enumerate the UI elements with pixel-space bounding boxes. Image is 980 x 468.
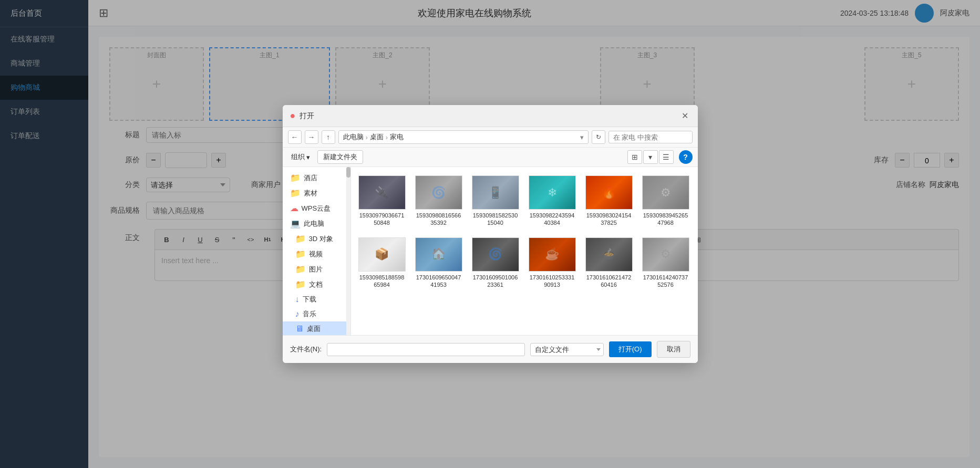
file-item-5[interactable]: 🔥 1593098302415437825 <box>583 172 635 230</box>
forward-btn[interactable]: → <box>305 130 318 144</box>
ds-desktop[interactable]: 🖥 桌面 <box>283 321 350 335</box>
dialog-nav: ← → ↑ 此电脑 › 桌面 › 家电 ▾ ↻ 🔍 <box>283 127 698 148</box>
file-item-8[interactable]: 🏠 1730160965004741953 <box>413 234 465 292</box>
filename-label: 文件名(N): <box>290 345 322 354</box>
file-thumb-12: ⚙ <box>642 237 689 272</box>
file-name-5: 1593098302415437825 <box>586 212 632 227</box>
file-name-1: 1593097903667150848 <box>359 212 405 227</box>
file-name-4: 1593098224359440384 <box>530 212 575 227</box>
filename-input[interactable] <box>327 343 525 356</box>
file-thumb-2: 🌀 <box>415 175 462 210</box>
ds-this-pc[interactable]: 💻 此电脑 <box>283 216 350 231</box>
chrome-icon: ● <box>290 110 296 121</box>
folder-icon: 📁 <box>295 264 306 274</box>
up-btn[interactable]: ↑ <box>322 130 335 144</box>
file-item-12[interactable]: ⚙ 1730161424073752576 <box>640 234 692 292</box>
file-name-9: 1730160950100623361 <box>473 274 518 289</box>
ds-downloads[interactable]: ↓ 下载 <box>283 292 350 307</box>
organize-chevron: ▾ <box>306 153 310 161</box>
folder-icon: 📁 <box>290 173 301 183</box>
back-btn[interactable]: ← <box>288 130 302 144</box>
file-thumb-3: 📱 <box>472 175 519 210</box>
view-btn-dropdown[interactable]: ▾ <box>643 150 658 164</box>
dialog-titlebar: ● 打开 ✕ <box>283 105 698 127</box>
file-item-9[interactable]: 🌀 1730160950100623361 <box>470 234 521 292</box>
dialog-body: 📁 酒店 📁 素材 ☁ WPS云盘 💻 此电脑 <box>283 167 698 335</box>
ds-hotel[interactable]: 📁 酒店 <box>283 170 350 185</box>
file-thumb-11: 🍲 <box>585 237 633 272</box>
breadcrumb-bar[interactable]: 此电脑 › 桌面 › 家电 ▾ <box>338 130 589 144</box>
dialog-sidebar: 📁 酒店 📁 素材 ☁ WPS云盘 💻 此电脑 <box>283 167 351 335</box>
ds-material[interactable]: 📁 素材 <box>283 185 350 201</box>
file-item-6[interactable]: ⚙ 1593098394526547968 <box>640 172 692 230</box>
file-thumb-1: 🔌 <box>358 175 406 210</box>
help-btn[interactable]: ? <box>679 150 693 164</box>
file-thumb-9: 🌀 <box>472 237 519 272</box>
file-thumb-4: ❄ <box>529 175 576 210</box>
file-item-4[interactable]: ❄ 1593098224359440384 <box>527 172 578 230</box>
breadcrumb-dropdown-icon[interactable]: ▾ <box>580 133 584 141</box>
file-name-3: 1593098158253015040 <box>473 212 518 227</box>
wps-cloud-icon: ☁ <box>290 203 298 213</box>
search-bar: 🔍 <box>608 131 693 143</box>
ds-3d[interactable]: 📁 3D 对象 <box>283 231 350 246</box>
ds-documents[interactable]: 📁 文档 <box>283 277 350 292</box>
breadcrumb-pc[interactable]: 此电脑 <box>343 132 364 142</box>
file-thumb-8: 🏠 <box>415 237 462 272</box>
new-folder-btn[interactable]: 新建文件夹 <box>317 150 363 164</box>
file-name-11: 1730161062147260416 <box>586 274 632 289</box>
ds-pictures[interactable]: 📁 图片 <box>283 262 350 277</box>
ds-video[interactable]: 📁 视频 <box>283 246 350 262</box>
dialog-files: 🔌 1593097903667150848 🌀 1593098081656635… <box>351 167 698 335</box>
file-name-12: 1730161424073752576 <box>643 274 688 289</box>
ds-music[interactable]: ♪ 音乐 <box>283 307 350 321</box>
sidebar-scrollbar-thumb <box>346 167 350 178</box>
view-btn-1[interactable]: ⊞ <box>627 150 642 164</box>
ds-wps[interactable]: ☁ WPS云盘 <box>283 201 350 216</box>
dialog-close-btn[interactable]: ✕ <box>680 111 690 121</box>
music-icon: ♪ <box>295 309 300 319</box>
file-name-6: 1593098394526547968 <box>643 212 688 227</box>
search-input[interactable] <box>613 133 698 141</box>
view-btn-2[interactable]: ☰ <box>659 150 674 164</box>
file-thumb-7: 📦 <box>358 237 406 272</box>
file-name-8: 1730160965004741953 <box>416 274 461 289</box>
desktop-icon: 🖥 <box>295 324 304 334</box>
file-item-7[interactable]: 📦 1593098518859865984 <box>356 234 408 292</box>
view-buttons: ⊞ ▾ ☰ ? <box>627 150 693 164</box>
files-grid: 🔌 1593097903667150848 🌀 1593098081656635… <box>356 172 693 292</box>
file-name-10: 1730161025333190913 <box>530 274 575 289</box>
file-thumb-10: ☕ <box>529 237 576 272</box>
sidebar-scrollbar[interactable] <box>346 167 350 335</box>
pc-icon: 💻 <box>290 219 301 228</box>
dialog-footer: 文件名(N): 自定义文件 打开(O) 取消 <box>283 335 698 363</box>
folder-icon: 📁 <box>295 249 306 259</box>
dialog-overlay: ● 打开 ✕ ← → ↑ 此电脑 › 桌面 › 家电 ▾ ↻ 🔍 <box>0 0 980 468</box>
open-btn[interactable]: 打开(O) <box>609 341 652 357</box>
file-item-1[interactable]: 🔌 1593097903667150848 <box>356 172 408 230</box>
folder-icon: 📁 <box>295 234 306 244</box>
sidebar-items-container: 📁 酒店 📁 素材 ☁ WPS云盘 💻 此电脑 <box>283 170 350 335</box>
dialog-title-text: ● 打开 <box>290 110 315 121</box>
file-name-2: 1593098081656635392 <box>416 212 461 227</box>
breadcrumb-desktop[interactable]: 桌面 <box>370 132 384 142</box>
filetype-select[interactable]: 自定义文件 <box>530 343 604 356</box>
breadcrumb-appliance[interactable]: 家电 <box>390 132 404 142</box>
file-item-2[interactable]: 🌀 1593098081656635392 <box>413 172 465 230</box>
organize-btn[interactable]: 组织 ▾ <box>288 151 313 163</box>
file-item-11[interactable]: 🍲 1730161062147260416 <box>583 234 635 292</box>
file-item-3[interactable]: 📱 1593098158253015040 <box>470 172 521 230</box>
file-name-7: 1593098518859865984 <box>359 274 405 289</box>
file-item-10[interactable]: ☕ 1730161025333190913 <box>527 234 578 292</box>
file-open-dialog: ● 打开 ✕ ← → ↑ 此电脑 › 桌面 › 家电 ▾ ↻ 🔍 <box>283 105 698 363</box>
download-icon: ↓ <box>295 295 300 304</box>
cancel-btn[interactable]: 取消 <box>657 341 690 358</box>
folder-icon: 📁 <box>290 188 301 198</box>
refresh-btn[interactable]: ↻ <box>592 130 605 144</box>
file-thumb-6: ⚙ <box>642 175 689 210</box>
file-thumb-5: 🔥 <box>585 175 633 210</box>
dialog-toolbar2: 组织 ▾ 新建文件夹 ⊞ ▾ ☰ ? <box>283 148 698 167</box>
folder-icon: 📁 <box>295 279 306 289</box>
